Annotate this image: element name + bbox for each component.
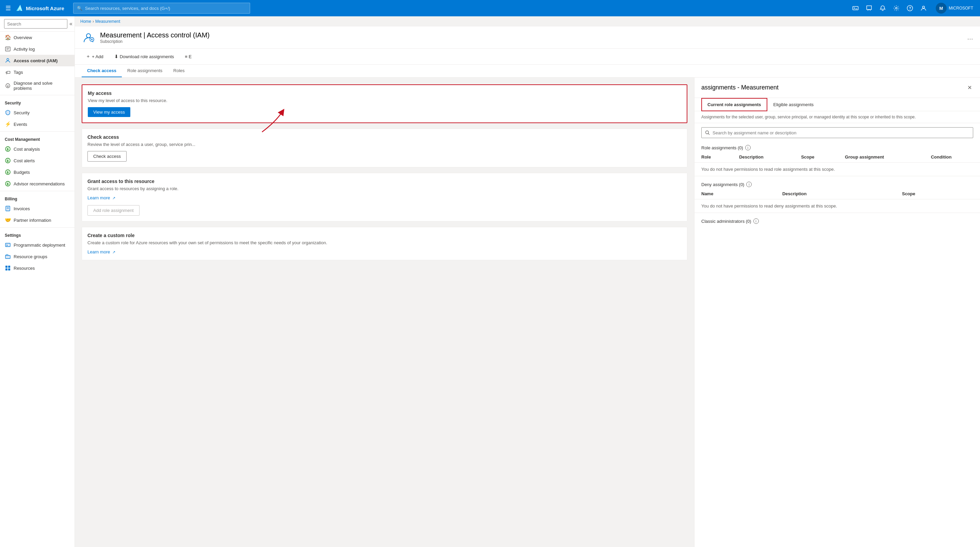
global-search-bar[interactable]: 🔍 Search resources, services, and docs (… <box>73 3 250 14</box>
top-navbar: ☰ Microsoft Azure 🔍 Search resources, se… <box>0 0 980 16</box>
hamburger-menu[interactable]: ☰ <box>4 3 12 13</box>
my-access-card: My access View my level of access to thi… <box>82 84 687 123</box>
global-search-placeholder: Search resources, services, and docs (G+… <box>85 6 170 11</box>
check-access-btn[interactable]: Check access <box>88 151 127 162</box>
sidebar-item-security-label: Security <box>14 110 30 115</box>
view-my-access-btn[interactable]: View my access <box>88 107 130 117</box>
tab-roles[interactable]: Roles <box>168 65 190 77</box>
sidebar-item-cost-alerts[interactable]: $ Cost alerts <box>0 155 75 166</box>
page-header: Measurement | Access control (IAM) Subsc… <box>75 27 980 49</box>
sidebar-item-budgets-label: Budgets <box>14 170 30 175</box>
sidebar-item-advisor-label: Advisor recommendations <box>14 181 65 186</box>
page-title: Measurement | Access control (IAM) <box>100 31 210 39</box>
azure-logo: Microsoft Azure <box>16 4 64 12</box>
avatar-initials: M <box>940 6 943 11</box>
budgets-icon: $ <box>5 169 11 175</box>
download-btn[interactable]: ⬇ Download role assignments <box>110 52 178 61</box>
help-btn[interactable]: ? <box>904 2 916 14</box>
svg-rect-26 <box>5 269 8 270</box>
sidebar-item-programmatic[interactable]: Programmatic deployment <box>0 239 75 251</box>
svg-text:$: $ <box>7 171 8 174</box>
panel-content-scroll: Role assignments (0) i Role Description … <box>695 142 980 547</box>
sidebar-search-input[interactable] <box>4 19 67 29</box>
sidebar-item-access-control[interactable]: Access control (IAM) <box>0 55 75 66</box>
main-tabs: Check access Role assignments Roles <box>75 65 980 78</box>
classic-admins-info-icon[interactable]: i <box>753 218 759 224</box>
svg-point-10 <box>6 84 10 88</box>
sidebar-item-cost-analysis[interactable]: $ Cost analysis <box>0 143 75 155</box>
check-access-title: Check access <box>88 134 682 140</box>
cards-area: My access View my level of access to thi… <box>75 78 694 547</box>
sidebar-item-cost-alerts-label: Cost alerts <box>14 158 35 163</box>
svg-rect-0 <box>853 6 858 10</box>
custom-role-desc: Create a custom role for Azure resources… <box>88 240 682 245</box>
sidebar-item-diagnose[interactable]: Diagnose and solve problems <box>0 78 75 94</box>
svg-text:?: ? <box>909 6 911 10</box>
tab-role-assignments[interactable]: Role assignments <box>122 65 168 77</box>
content-body: My access View my level of access to thi… <box>75 78 980 547</box>
grant-access-learn-more-link[interactable]: Learn more ↗ <box>88 195 115 200</box>
custom-role-title: Create a custom role <box>88 233 682 238</box>
iam-header-icon <box>82 30 95 44</box>
sidebar-item-security[interactable]: Security <box>0 107 75 118</box>
sidebar-item-resource-groups[interactable]: Resource groups <box>0 251 75 262</box>
tab-check-access[interactable]: Check access <box>82 65 122 77</box>
avatar: M <box>936 3 947 14</box>
panel-tab-current[interactable]: Current role assignments <box>701 98 767 111</box>
breadcrumb-home[interactable]: Home <box>80 19 91 24</box>
notifications-btn[interactable] <box>877 2 889 14</box>
breadcrumb-measurement[interactable]: Measurement <box>95 19 120 24</box>
section-header-security: Security <box>0 97 75 107</box>
custom-role-learn-more-link[interactable]: Learn more ↗ <box>88 250 115 254</box>
side-panel-title: assignments - Measurement <box>701 84 778 91</box>
panel-search-input[interactable] <box>713 130 969 135</box>
partner-icon: 🤝 <box>5 217 11 223</box>
sidebar-item-events[interactable]: ⚡ Events <box>0 118 75 130</box>
sidebar-item-invoices[interactable]: Invoices <box>0 203 75 214</box>
header-more-btn[interactable]: … <box>967 34 973 41</box>
panel-search-icon <box>705 130 710 135</box>
settings-btn[interactable] <box>890 2 902 14</box>
svg-rect-27 <box>8 269 10 270</box>
sidebar-item-diagnose-label: Diagnose and solve problems <box>14 81 70 91</box>
col-deny-scope: Scope <box>895 188 980 199</box>
add-role-assignment-btn[interactable]: Add role assignment <box>88 205 140 216</box>
cloud-shell-btn[interactable] <box>850 2 862 14</box>
sidebar-item-tags[interactable]: 🏷 Tags <box>0 66 75 78</box>
deny-assignments-table: Name Description Scope <box>695 188 980 199</box>
sidebar-collapse-btn[interactable]: « <box>69 20 73 28</box>
add-btn[interactable]: ＋ + Add <box>82 51 108 62</box>
svg-point-33 <box>706 131 709 134</box>
tags-icon: 🏷 <box>5 69 11 75</box>
sidebar-item-partner[interactable]: 🤝 Partner information <box>0 214 75 226</box>
user-menu[interactable]: M MICROSOFT <box>933 2 976 15</box>
svg-point-2 <box>896 8 897 9</box>
sidebar-item-programmatic-label: Programmatic deployment <box>14 243 65 248</box>
activity-log-icon <box>5 46 11 52</box>
topnav-icon-group: ? <box>850 2 930 14</box>
sidebar-item-advisor[interactable]: $ Advisor recommendations <box>0 178 75 189</box>
classic-admins-section-title: Classic administrators (0) i <box>695 216 980 225</box>
sidebar-item-partner-label: Partner information <box>14 218 51 223</box>
my-access-title: My access <box>88 91 681 96</box>
feedback-btn[interactable] <box>863 2 875 14</box>
advisor-icon: $ <box>5 181 11 187</box>
sidebar-item-resources[interactable]: Resources <box>0 262 75 274</box>
svg-rect-22 <box>5 243 10 246</box>
download-icon: ⬇ <box>115 54 118 59</box>
col-description: Description <box>732 152 794 162</box>
panel-tab-eligible[interactable]: Eligible assignments <box>767 98 820 111</box>
sidebar-item-budgets[interactable]: $ Budgets <box>0 166 75 178</box>
overview-icon: 🏠 <box>5 34 11 40</box>
grant-access-card: Grant access to this resource Grant acce… <box>82 173 687 221</box>
role-assignments-info-icon[interactable]: i <box>745 145 751 150</box>
panel-search-bar[interactable] <box>701 127 973 138</box>
sidebar-item-activity-log[interactable]: Activity log <box>0 43 75 55</box>
sidebar-item-overview[interactable]: 🏠 Overview <box>0 32 75 43</box>
edit-columns-btn[interactable]: ≡ E <box>181 52 196 61</box>
role-assignments-empty-msg: You do not have permissions to read role… <box>695 162 980 176</box>
role-assignments-table: Role Description Scope Group assignment … <box>695 152 980 162</box>
deny-assignments-info-icon[interactable]: i <box>746 182 752 187</box>
side-panel-close-btn[interactable]: ✕ <box>966 83 973 92</box>
directory-btn[interactable] <box>917 2 930 14</box>
